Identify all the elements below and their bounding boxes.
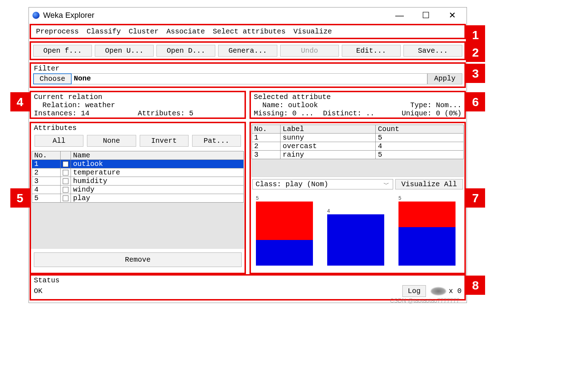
table-row[interactable]: 1sunny5: [252, 134, 464, 142]
filter-value[interactable]: None: [72, 73, 427, 84]
table-row[interactable]: 5play: [32, 194, 244, 203]
status-region: 8 Status OK Log x 0: [30, 274, 466, 300]
attr-invert-button[interactable]: Invert: [140, 135, 189, 147]
cell-count: 5: [376, 134, 464, 142]
toolbar-region: 2 Open f... Open U... Open D... Genera..…: [30, 41, 466, 60]
table-row[interactable]: 4windy: [32, 185, 244, 194]
window-title: Weka Explorer: [43, 11, 94, 20]
checkbox-icon[interactable]: [63, 161, 68, 167]
visualize-all-button[interactable]: Visualize All: [395, 179, 463, 189]
table-row[interactable]: 3rainy5: [252, 151, 464, 159]
status-count: x 0: [449, 287, 462, 295]
info-row: 4 Current relation Relation: weather Ins…: [29, 90, 467, 121]
edit-button[interactable]: Edit...: [342, 45, 401, 57]
cell-count: 5: [376, 151, 464, 159]
chart-bar: 4: [327, 208, 384, 266]
selected-attribute-region: 6 Selected attribute Name: outlook Type:…: [249, 91, 466, 119]
tab-associate[interactable]: Associate: [163, 27, 209, 36]
val-col-label: Label: [281, 125, 376, 134]
instances-field: Instances: 14: [34, 109, 138, 117]
table-row[interactable]: 2overcast4: [252, 142, 464, 151]
bar-segment-yes: [327, 214, 384, 266]
class-row: Class: play (Nom) ﹀ Visualize All: [251, 177, 464, 191]
callout-6: 6: [466, 92, 485, 111]
attributes-field: Attributes: 5: [138, 109, 242, 117]
cell-no: 2: [252, 142, 281, 151]
checkbox-icon[interactable]: [63, 178, 68, 184]
checkbox-icon[interactable]: [63, 195, 68, 201]
attr-none-button[interactable]: None: [87, 135, 136, 147]
filter-label: Filter: [31, 64, 464, 73]
values-empty-area: [252, 159, 464, 177]
bar-segment-no: [398, 202, 456, 227]
open-url-button[interactable]: Open U...: [95, 45, 154, 57]
cell-name: humidity: [71, 177, 244, 185]
open-db-button[interactable]: Open D...: [156, 45, 215, 57]
cell-label: rainy: [281, 151, 376, 159]
histogram-chart: 545: [251, 191, 464, 266]
class-select[interactable]: Class: play (Nom) ﹀: [252, 179, 393, 189]
bar-label: 4: [327, 208, 384, 214]
table-row[interactable]: 3humidity: [32, 177, 244, 185]
log-button[interactable]: Log: [402, 285, 426, 297]
chart-bar: 5: [398, 195, 456, 266]
status-value: OK: [34, 287, 42, 295]
titlebar: Weka Explorer — ☐ ✕: [29, 7, 467, 23]
minimize-button[interactable]: —: [392, 10, 407, 20]
cell-check[interactable]: [61, 177, 71, 185]
cell-no: 3: [252, 151, 281, 159]
bar-segment-no: [256, 202, 313, 240]
generate-button[interactable]: Genera...: [218, 45, 277, 57]
cell-check[interactable]: [61, 194, 71, 203]
table-row[interactable]: 1outlook: [32, 160, 244, 168]
values-region: 7 No. Label Count 1sunny52overcast43rain…: [249, 122, 466, 274]
tabs-region: 1 Preprocess Classify Cluster Associate …: [30, 24, 466, 39]
callout-8: 8: [466, 276, 485, 295]
attr-missing-field: Missing: 0 ...: [254, 109, 323, 117]
selected-attribute-heading: Selected attribute: [251, 92, 464, 101]
checkbox-icon[interactable]: [63, 187, 68, 193]
tab-preprocess[interactable]: Preprocess: [32, 27, 82, 36]
cell-check[interactable]: [61, 160, 71, 168]
filter-apply-button[interactable]: Apply: [427, 73, 462, 84]
bar-segment-yes: [256, 240, 313, 266]
cell-check[interactable]: [61, 185, 71, 194]
weka-icon: [32, 12, 40, 19]
cell-count: 4: [376, 142, 464, 151]
status-heading: Status: [31, 276, 464, 284]
close-button[interactable]: ✕: [445, 10, 459, 20]
tab-cluster[interactable]: Cluster: [125, 27, 162, 36]
main-row: 5 Attributes All None Invert Pat... No. …: [29, 121, 467, 273]
cell-name: temperature: [71, 168, 244, 177]
callout-2: 2: [466, 43, 485, 62]
tab-classify[interactable]: Classify: [83, 27, 124, 36]
maximize-button[interactable]: ☐: [419, 10, 433, 20]
attr-pattern-button[interactable]: Pat...: [192, 135, 241, 147]
toolbar: Open f... Open U... Open D... Genera... …: [31, 43, 464, 59]
cell-check[interactable]: [61, 168, 71, 177]
current-relation-heading: Current relation: [31, 92, 245, 101]
save-button[interactable]: Save...: [403, 45, 462, 57]
class-select-value: Class: play (Nom): [256, 180, 328, 188]
attr-all-button[interactable]: All: [35, 135, 83, 147]
tab-visualize[interactable]: Visualize: [290, 27, 335, 36]
cell-name: windy: [71, 185, 244, 194]
weka-bird-icon: [430, 287, 447, 296]
attributes-empty-area: [31, 203, 245, 249]
bar-label: 5: [256, 195, 313, 201]
values-header-row: No. Label Count: [252, 125, 464, 134]
cell-no: 5: [32, 194, 61, 203]
open-file-button[interactable]: Open f...: [33, 45, 92, 57]
window-controls: — ☐ ✕: [392, 10, 463, 20]
remove-button[interactable]: Remove: [34, 252, 242, 267]
filter-choose-button[interactable]: Choose: [33, 73, 72, 84]
table-row[interactable]: 2temperature: [32, 168, 244, 177]
cell-label: overcast: [281, 142, 376, 151]
checkbox-icon[interactable]: [63, 170, 68, 176]
tab-select-attributes[interactable]: Select attributes: [209, 27, 289, 36]
cell-name: play: [71, 194, 244, 203]
bar-segment-yes: [398, 227, 456, 266]
attributes-region: 5 Attributes All None Invert Pat... No. …: [30, 122, 246, 274]
callout-1: 1: [466, 25, 485, 45]
values-table: No. Label Count 1sunny52overcast43rainy5: [252, 125, 464, 159]
